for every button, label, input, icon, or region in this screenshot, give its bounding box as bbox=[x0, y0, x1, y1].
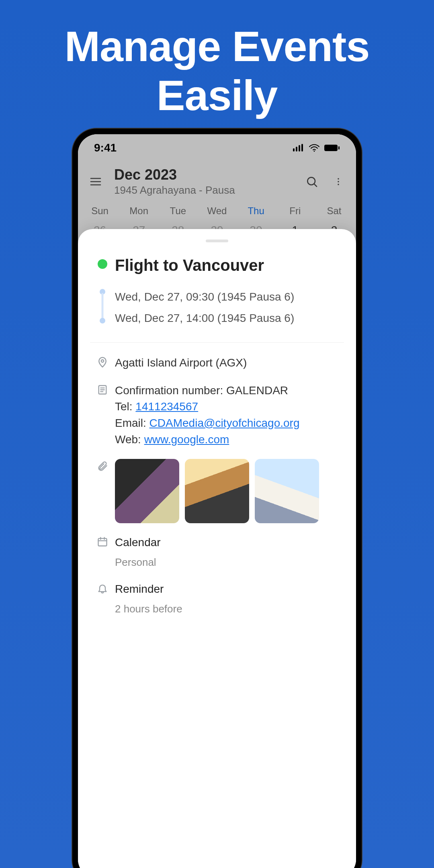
event-location: Agatti Island Airport (AGX) bbox=[115, 355, 344, 371]
svg-rect-9 bbox=[98, 538, 107, 546]
note-web-line: Web: www.google.com bbox=[115, 432, 344, 448]
calendar-name: Personal bbox=[115, 555, 344, 570]
status-time: 9:41 bbox=[94, 141, 117, 154]
location-icon bbox=[90, 355, 115, 371]
reminder-label: Reminder bbox=[115, 581, 344, 598]
event-title: Flight to Vancouver bbox=[115, 254, 344, 277]
weekday-row: SunMonTueWedThuFriSat bbox=[78, 202, 356, 219]
promo-line1: Manage Events bbox=[4, 22, 430, 71]
event-sheet[interactable]: Flight to Vancouver Wed, Dec 27, 09:30 (… bbox=[78, 229, 356, 868]
event-start: Wed, Dec 27, 09:30 (1945 Pausa 6) bbox=[115, 287, 344, 308]
event-title-row: Flight to Vancouver bbox=[78, 254, 356, 277]
event-time-row: Wed, Dec 27, 09:30 (1945 Pausa 6) Wed, D… bbox=[78, 287, 356, 329]
weekday-label: Thu bbox=[237, 205, 276, 217]
svg-point-0 bbox=[314, 151, 315, 152]
status-indicators bbox=[293, 144, 340, 152]
location-row[interactable]: Agatti Island Airport (AGX) bbox=[78, 355, 356, 371]
svg-rect-2 bbox=[338, 146, 340, 149]
weekday-label: Tue bbox=[158, 205, 197, 217]
header-month[interactable]: Dec 2023 bbox=[114, 166, 293, 183]
svg-point-5 bbox=[338, 181, 339, 182]
svg-rect-1 bbox=[324, 145, 338, 151]
promo-headline: Manage Events Easily bbox=[0, 0, 434, 132]
app-header: Dec 2023 1945 Agrahayana - Pausa bbox=[78, 158, 356, 202]
calendar-icon bbox=[90, 534, 115, 570]
note-email[interactable]: CDAMedia@cityofchicago.org bbox=[149, 417, 300, 429]
reminder-row[interactable]: Reminder 2 hours before bbox=[78, 581, 356, 616]
device-screen: 9:41 Dec 2023 bbox=[78, 134, 356, 868]
note-confirmation: Confirmation number: GALENDAR bbox=[115, 383, 344, 399]
attachment-thumb[interactable] bbox=[255, 459, 319, 523]
reminder-value: 2 hours before bbox=[115, 602, 344, 617]
status-bar: 9:41 bbox=[78, 134, 356, 158]
divider bbox=[90, 342, 344, 343]
wifi-icon bbox=[309, 144, 320, 152]
weekday-label: Sun bbox=[80, 205, 119, 217]
battery-icon bbox=[324, 144, 340, 151]
event-color-dot bbox=[90, 254, 115, 277]
svg-point-4 bbox=[338, 178, 339, 180]
event-end: Wed, Dec 27, 14:00 (1945 Pausa 6) bbox=[115, 308, 344, 329]
menu-icon[interactable] bbox=[88, 174, 104, 190]
header-subtitle: 1945 Agrahayana - Pausa bbox=[114, 184, 293, 197]
weekday-label: Sat bbox=[315, 205, 354, 217]
note-tel[interactable]: 1411234567 bbox=[135, 400, 198, 413]
weekday-label: Mon bbox=[119, 205, 158, 217]
note-tel-line: Tel: 1411234567 bbox=[115, 399, 344, 415]
note-web[interactable]: www.google.com bbox=[144, 433, 229, 446]
weekday-label: Wed bbox=[197, 205, 236, 217]
weekday-label: Fri bbox=[276, 205, 315, 217]
device-frame: 9:41 Dec 2023 bbox=[72, 129, 362, 868]
attachments-row bbox=[78, 459, 356, 523]
sheet-drag-handle[interactable] bbox=[206, 240, 228, 242]
more-icon[interactable] bbox=[330, 174, 346, 190]
search-icon[interactable] bbox=[304, 174, 320, 190]
notes-icon bbox=[90, 383, 115, 448]
bell-icon bbox=[90, 581, 115, 616]
time-range-icon bbox=[100, 291, 104, 322]
calendar-label: Calendar bbox=[115, 534, 344, 551]
promo-line2: Easily bbox=[4, 71, 430, 120]
attachment-thumb[interactable] bbox=[185, 459, 249, 523]
calendar-row[interactable]: Calendar Personal bbox=[78, 534, 356, 570]
note-email-line: Email: CDAMedia@cityofchicago.org bbox=[115, 415, 344, 432]
svg-point-6 bbox=[338, 184, 339, 185]
attachment-thumb[interactable] bbox=[115, 459, 179, 523]
svg-point-7 bbox=[101, 360, 104, 362]
cellular-icon bbox=[293, 144, 305, 152]
attachment-icon bbox=[90, 459, 115, 523]
notes-row: Confirmation number: GALENDAR Tel: 14112… bbox=[78, 383, 356, 448]
